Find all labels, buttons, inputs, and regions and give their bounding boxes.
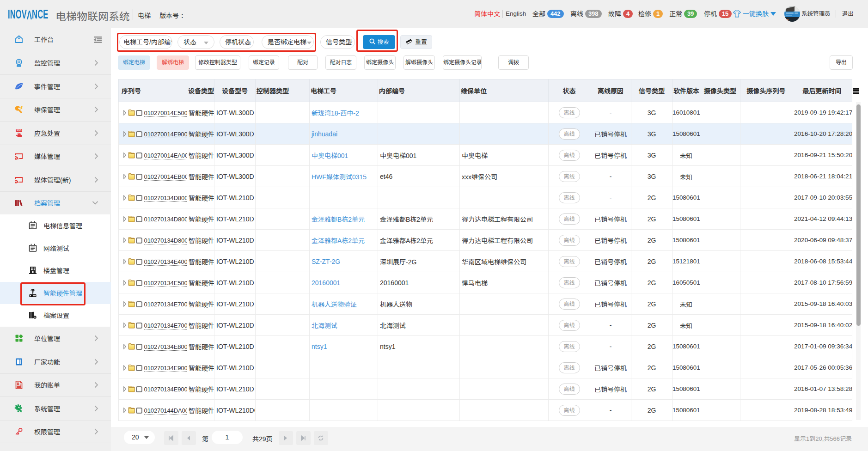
svg-text:SOS: SOS <box>17 129 22 132</box>
